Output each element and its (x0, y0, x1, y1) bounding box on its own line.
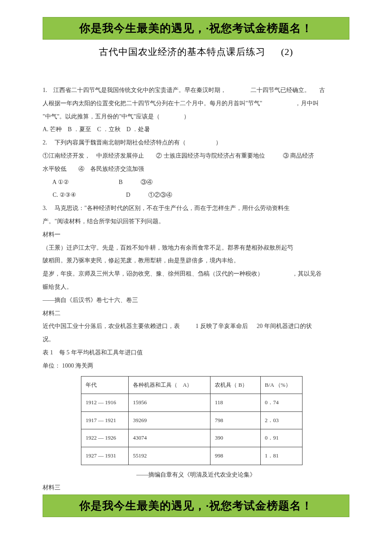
material1-l4: 赈给贫人。 (43, 281, 349, 294)
page-title: 古代中国农业经济的基本特点课后练习 (2) (43, 46, 349, 58)
material3-label: 材料三 (43, 481, 349, 495)
q2-line2a: ①江南经济开发， 中原经济发展停止 ② 士族庄园经济与寺院经济占有重要地位 ③ … (43, 150, 349, 163)
q2-optA: A ①② (52, 179, 69, 185)
q2-optB: B ③④ (119, 179, 153, 185)
th-ratio: B/A （%） (260, 376, 302, 394)
q1-prefix: 1. 江西省二十四节气是我国传统文化中的宝贵遗产。早在秦汉时期， (43, 87, 226, 93)
q1-line2b: ，月中叫 (295, 100, 319, 106)
material2-label: 材料二 (43, 307, 349, 320)
material2-l1b: 1 反映了辛亥革命后 (196, 323, 248, 329)
q1-options: A. 芒种 B ．夏至 C ．立秋 D ．处暑 (43, 123, 349, 136)
table-header-row: 年代 各种机器和工具（ A） 农机具（ B） B/A （%） (81, 376, 303, 394)
q1-line3: "中气"。以此推算，五月份的"中气"应该是（ ） (43, 110, 349, 124)
top-banner: 你是我今生最美的遇见，·祝您考试金榜题名！ (43, 17, 349, 40)
table-row: 1917 — 1921 39269 798 2．03 (81, 411, 303, 429)
material1-l3b: ，其以见谷 (292, 270, 322, 277)
material1-l3a: 是岁，年疫。京师及三州大旱，诏勿收兖、豫、徐州田租、刍稿（汉代的一种税收） (43, 270, 263, 277)
bottom-banner: 你是我今生最美的遇见，·祝您考试金榜题名！ (43, 495, 349, 517)
q2-line2b: 水平较低 ④ 各民族经济交流加强 (43, 163, 349, 176)
q1-mid2: 古 (319, 87, 325, 93)
table-unit: 单位： 1000 海关两 (43, 359, 349, 373)
title-number: (2) (281, 46, 293, 57)
table-row: 1922 — 1926 43074 390 0．91 (81, 429, 303, 447)
table-row: 1927 — 1931 55192 998 1．81 (81, 447, 303, 465)
content-body: 1. 江西省二十四节气是我国传统文化中的宝贵遗产。早在秦汉时期， 二十四节气已经… (43, 84, 349, 495)
material1-l3: 是岁，年疫。京师及三州大旱，诏勿收兖、豫、徐州田租、刍稿（汉代的一种税收） ，其… (43, 267, 349, 281)
th-b: 农机具（ B） (210, 376, 260, 394)
material2-source: ——摘编自章有义《明清及近代农业史论集》 (43, 469, 349, 482)
q2-opts-row2: C. ②③④ D ①②③④ (43, 189, 349, 202)
material2-l1: 近代中国工业十分落后，农业机器主要依赖进口，表 1 反映了辛亥革命后 20 年间… (43, 320, 349, 333)
material1-l1: （王景）迁庐江太守。先是，百姓不知牛耕，致地力有余而食常不足。郡界有楚相孙叔敖所… (43, 242, 349, 255)
title-main: 古代中国农业经济的基本特点课后练习 (99, 46, 265, 57)
q2-optD: D ①②③④ (126, 192, 172, 198)
material1-source: ——摘自《后汉书》卷七十六、卷三 (43, 294, 349, 307)
q1-mid1: 二十四节气已经确立。 (251, 87, 310, 93)
table-row: 1912 — 1916 15956 118 0．74 (81, 394, 303, 412)
table-title: 表 1 每 5 年平均机器和工具年进口值 (43, 346, 349, 359)
q3-line2: 产。"阅读材料，结合所学知识回答下列问题。 (43, 215, 349, 228)
q1-line1: 1. 江西省二十四节气是我国传统文化中的宝贵遗产。早在秦汉时期， 二十四节气已经… (43, 84, 349, 97)
q1-line2a: 人根据一年内太阳的位置变化把二十四节气分列在十二个月中。每月的月首叫"节气" (43, 100, 262, 106)
th-a: 各种机器和工具（ A） (128, 376, 210, 394)
material1-l2: 陂稻田。景乃驱率吏民，修起芜废，教用犁耕，由是垦辟倍多，境内丰给。 (43, 254, 349, 267)
q2-optC: C. ②③④ (53, 192, 76, 198)
material2-l2: 况。 (43, 333, 349, 346)
q2-opts-row1: A ①② B ③④ (43, 176, 349, 189)
q2-line1: 2. 下列内容属于魏晋南北朝时期社会经济特点的有（ ） (43, 136, 349, 150)
q3-line1: 3. 马克思说："各种经济时代的区别，不在于生产什么，而在于怎样生产，用什么劳动… (43, 202, 349, 215)
th-year: 年代 (81, 376, 129, 394)
material1-label: 材料一 (43, 228, 349, 242)
import-table: 年代 各种机器和工具（ A） 农机具（ B） B/A （%） 1912 — 19… (81, 376, 303, 465)
material2-l1a: 近代中国工业十分落后，农业机器主要依赖进口，表 (43, 323, 180, 329)
q1-line2: 人根据一年内太阳的位置变化把二十四节气分列在十二个月中。每月的月首叫"节气" ，… (43, 97, 349, 110)
material2-l1c: 20 年间机器进口的状 (257, 323, 312, 329)
